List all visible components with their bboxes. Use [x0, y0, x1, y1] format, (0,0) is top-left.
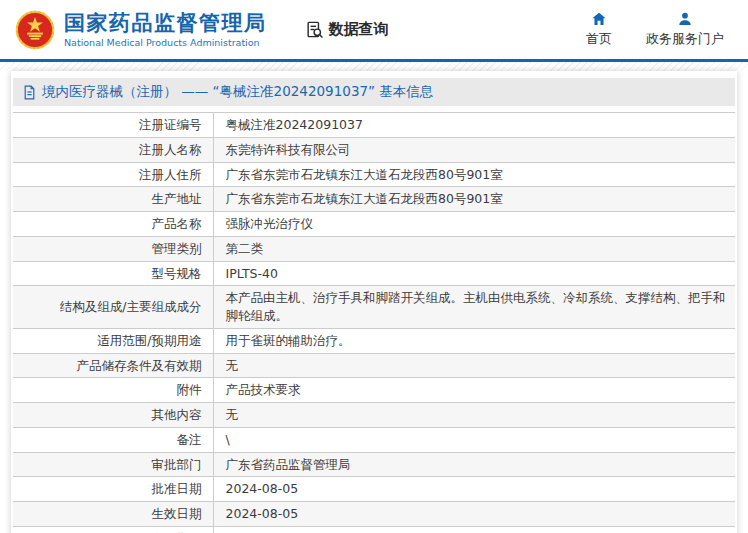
nav-home[interactable]: 首页 — [586, 11, 612, 48]
content-container: 境内医疗器械（注册） —— “粤械注准20242091037” 基本信息 注册证… — [11, 71, 737, 533]
logo-text: 国家药品监督管理局 National Medical Products Admi… — [64, 11, 267, 48]
page-title: 境内医疗器械（注册） —— “粤械注准20242091037” 基本信息 — [42, 83, 433, 101]
row-label: 备注 — [13, 427, 213, 452]
table-row: 备注\ — [13, 427, 735, 452]
user-icon — [677, 11, 693, 27]
info-table-body: 注册证编号粤械注准20242091037注册人名称东莞特许科技有限公司注册人住所… — [13, 113, 735, 533]
row-label: 注册人住所 — [13, 162, 213, 187]
logo-group: 国家药品监督管理局 National Medical Products Admi… — [14, 9, 267, 51]
table-row: 产品储存条件及有效期无 — [13, 353, 735, 378]
table-row: 审批部门广东省药品监督管理局 — [13, 452, 735, 477]
row-value: 2024-08-05 — [213, 502, 735, 527]
row-value: 第二类 — [213, 236, 735, 261]
row-label: 生效日期 — [13, 502, 213, 527]
org-name-cn: 国家药品监督管理局 — [64, 11, 267, 35]
row-value: 产品技术要求 — [213, 378, 735, 403]
table-row: 生产地址广东省东莞市石龙镇东江大道石龙段西80号901室 — [13, 187, 735, 212]
table-row: 注册人住所广东省东莞市石龙镇东江大道石龙段西80号901室 — [13, 162, 735, 187]
row-label: 注册证编号 — [13, 113, 213, 138]
row-value: \ — [213, 427, 735, 452]
row-value: 本产品由主机、治疗手具和脚踏开关组成。主机由供电系统、冷却系统、支撑结构、把手和… — [213, 286, 735, 329]
table-row: 有效期至2029-08-04 — [13, 526, 735, 533]
row-value: 广东省东莞市石龙镇东江大道石龙段西80号901室 — [213, 187, 735, 212]
row-label: 产品名称 — [13, 212, 213, 237]
row-label: 审批部门 — [13, 452, 213, 477]
document-icon — [23, 85, 36, 100]
table-row: 生效日期2024-08-05 — [13, 502, 735, 527]
table-row: 管理类别第二类 — [13, 236, 735, 261]
org-name-en: National Medical Products Administration — [64, 37, 267, 48]
table-row: 其他内容无 — [13, 403, 735, 428]
table-row: 型号规格IPLTS-40 — [13, 261, 735, 286]
row-value: 粤械注准20242091037 — [213, 113, 735, 138]
table-row: 适用范围/预期用途用于雀斑的辅助治疗。 — [13, 328, 735, 353]
row-label: 管理类别 — [13, 236, 213, 261]
table-row: 附件产品技术要求 — [13, 378, 735, 403]
page-title-bar: 境内医疗器械（注册） —— “粤械注准20242091037” 基本信息 — [13, 78, 735, 106]
document-search-icon — [305, 20, 324, 39]
texture-strip — [0, 62, 748, 71]
table-row: 结构及组成/主要组成成分本产品由主机、治疗手具和脚踏开关组成。主机由供电系统、冷… — [13, 286, 735, 329]
row-label: 型号规格 — [13, 261, 213, 286]
row-label: 有效期至 — [13, 526, 213, 533]
row-label: 生产地址 — [13, 187, 213, 212]
site-header: 国家药品监督管理局 National Medical Products Admi… — [0, 0, 748, 62]
row-value: 强脉冲光治疗仪 — [213, 212, 735, 237]
table-row: 注册证编号粤械注准20242091037 — [13, 113, 735, 138]
row-label: 批准日期 — [13, 477, 213, 502]
home-icon — [591, 11, 607, 27]
row-value: 广东省东莞市石龙镇东江大道石龙段西80号901室 — [213, 162, 735, 187]
table-row: 产品名称强脉冲光治疗仪 — [13, 212, 735, 237]
nav-gov-portal[interactable]: 政务服务门户 — [646, 11, 724, 48]
row-value: 无 — [213, 403, 735, 428]
nav-home-label: 首页 — [586, 30, 612, 48]
row-value: IPLTS-40 — [213, 261, 735, 286]
row-label: 结构及组成/主要组成成分 — [13, 286, 213, 329]
row-label: 注册人名称 — [13, 137, 213, 162]
row-label: 其他内容 — [13, 403, 213, 428]
row-value: 无 — [213, 353, 735, 378]
header-nav: 首页 政务服务门户 — [586, 11, 734, 48]
table-row: 注册人名称东莞特许科技有限公司 — [13, 137, 735, 162]
row-value: 东莞特许科技有限公司 — [213, 137, 735, 162]
row-label: 附件 — [13, 378, 213, 403]
national-emblem-logo — [14, 9, 56, 51]
row-label: 产品储存条件及有效期 — [13, 353, 213, 378]
row-value: 用于雀斑的辅助治疗。 — [213, 328, 735, 353]
row-value: 2024-08-05 — [213, 477, 735, 502]
row-value: 2029-08-04 — [213, 526, 735, 533]
data-query-nav[interactable]: 数据查询 — [305, 20, 389, 39]
row-label: 适用范围/预期用途 — [13, 328, 213, 353]
info-table: 注册证编号粤械注准20242091037注册人名称东莞特许科技有限公司注册人住所… — [13, 112, 735, 533]
nav-gov-portal-label: 政务服务门户 — [646, 30, 724, 48]
row-value: 广东省药品监督管理局 — [213, 452, 735, 477]
table-row: 批准日期2024-08-05 — [13, 477, 735, 502]
data-query-label: 数据查询 — [329, 20, 389, 39]
